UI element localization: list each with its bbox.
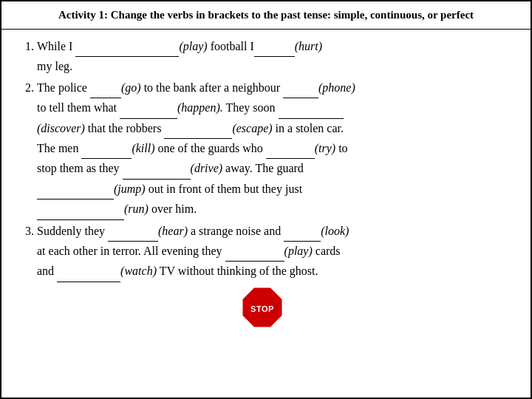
item3-line3-text1: and — [37, 265, 57, 277]
item2-line1-italic2: (phone) — [318, 81, 355, 94]
item2-line2-text2: They soon — [223, 101, 279, 114]
item3-line2-blank1 — [225, 242, 284, 262]
title-text: Activity 1: Change the verbs in brackets… — [58, 9, 474, 21]
item1-blank2 — [254, 37, 295, 57]
item2-line5-text1: stop them as they — [37, 162, 123, 174]
item3-line1-blank1 — [108, 222, 158, 242]
item3-line2-italic1: (play) — [284, 245, 313, 257]
item1-text1: While I — [37, 40, 75, 52]
list-item: The police (go) to the bank after a neig… — [37, 78, 508, 220]
item3-line1-text2: a strange noise and — [188, 225, 284, 237]
item3-line1-italic1: (hear) — [158, 225, 188, 237]
item2-line3-blank1 — [164, 119, 232, 139]
item3-line1-italic2: (look) — [321, 225, 349, 237]
item1-text2: football I — [208, 40, 254, 52]
item1-italic2: (hurt) — [295, 40, 322, 52]
item2-line7-text1: over him. — [149, 202, 197, 215]
item2-line7-blank1 — [37, 200, 124, 219]
item3-line3-blank1 — [57, 262, 120, 282]
item2-line6-italic1: (jump) — [114, 183, 146, 195]
item2-line4-italic1: (kill) — [132, 142, 154, 154]
item2-line1-text1: The police — [37, 81, 90, 94]
stop-sign-icon: STOP — [242, 287, 283, 328]
item3-line2-text2: cards — [313, 245, 341, 257]
content-area: While I (play) football I (hurt) my leg.… — [1, 30, 531, 398]
item2-line3-text2: in a stolen car. — [273, 122, 344, 134]
item2-line2-blank2 — [279, 98, 344, 118]
item2-line1-italic1: (go) — [121, 81, 141, 94]
item2-line2-blank1 — [120, 98, 177, 118]
item2-line4-italic2: (try) — [315, 142, 335, 154]
item2-line6-text1: out in front of them but they just — [146, 183, 302, 195]
item2-line1-blank2 — [283, 78, 318, 98]
item2-line3-italic1: (discover) — [37, 122, 85, 134]
list-item: Suddenly they (hear) a strange noise and… — [37, 222, 508, 282]
item2-line6-blank1 — [37, 180, 114, 200]
item2-line1-text2: to the bank after a neighbour — [141, 81, 283, 94]
item3-line3-italic1: (watch) — [120, 265, 157, 277]
item2-line5-italic1: (drive) — [191, 162, 223, 174]
item1-blank1 — [75, 37, 179, 57]
item1-text3: my leg. — [37, 60, 72, 72]
item2-line4-text2: one of the guards who — [155, 142, 266, 154]
item3-line3-text2: TV without thinking of the ghost. — [157, 265, 318, 277]
stop-sign-container: STOP — [16, 287, 508, 328]
item2-line4-text1: The men — [37, 142, 81, 154]
item2-line7-italic1: (run) — [124, 202, 149, 215]
item3-line2-text1: at each other in terror. All evening the… — [37, 245, 225, 257]
item2-line4-blank1 — [81, 139, 132, 159]
activity-list: While I (play) football I (hurt) my leg.… — [16, 37, 508, 282]
item2-line4-text3: to — [335, 142, 347, 154]
item1-italic1: (play) — [179, 40, 207, 52]
item2-line2-italic1: (happen). — [177, 101, 223, 114]
item2-line1-blank1 — [90, 78, 121, 98]
item2-line4-blank2 — [266, 139, 315, 159]
item3-line1-blank2 — [284, 222, 321, 242]
svg-text:STOP: STOP — [250, 304, 274, 313]
item2-line5-text2: away. The guard — [222, 162, 304, 174]
item2-line3-text1: that the robbers — [85, 122, 165, 134]
page: Activity 1: Change the verbs in brackets… — [0, 0, 532, 399]
item2-line3-italic2: (escape) — [232, 122, 272, 134]
item2-line2-text1: to tell them what — [37, 101, 120, 114]
item3-line1-text1: Suddenly they — [37, 225, 108, 237]
page-title: Activity 1: Change the verbs in brackets… — [1, 1, 531, 30]
list-item: While I (play) football I (hurt) my leg. — [37, 37, 508, 77]
item2-line5-blank1 — [123, 159, 191, 179]
